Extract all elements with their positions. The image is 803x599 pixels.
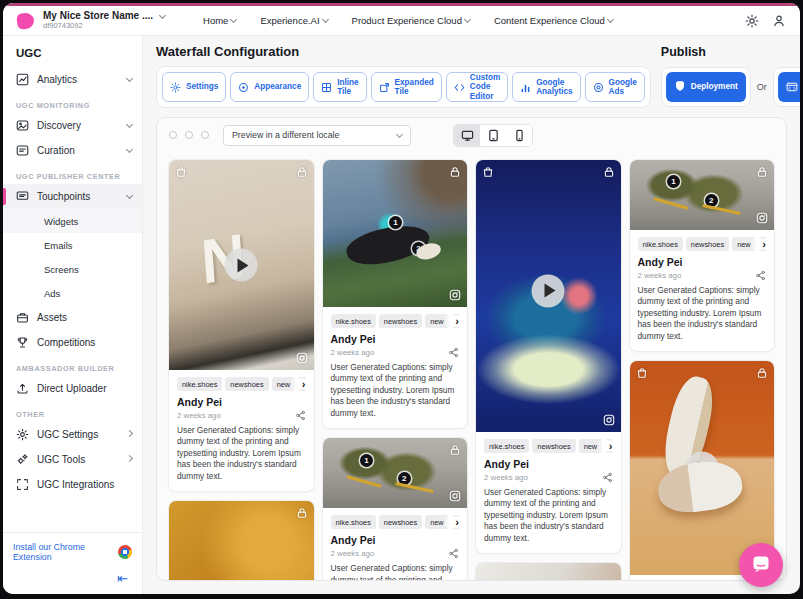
ugc-card[interactable] [169,501,314,580]
section-other: OTHER [16,410,142,419]
embed-code-button[interactable]: Embed Code [778,72,800,102]
tag[interactable]: newshoes [379,515,422,529]
tag[interactable]: nike.shoes [638,237,683,251]
sidebar-item-curation[interactable]: Curation [3,138,142,163]
product-hotspot-1[interactable]: 1 [389,216,402,229]
sidebar-item-assets[interactable]: Assets [3,305,142,330]
settings-button[interactable]: Settings [162,72,226,102]
post-caption: User Generated Captions: simply dummy te… [331,362,460,419]
nav-product-experience-cloud[interactable]: Product Experience Cloud [352,15,470,26]
sidebar-subitem-ads[interactable]: Ads [3,281,142,305]
browser-dot [201,131,209,139]
tag[interactable]: nike.shoes [484,439,529,453]
share-icon[interactable] [448,548,459,559]
section-ugc-publisher-center: UGC PUBLISHER CENTER [16,172,142,181]
post-image [630,361,775,575]
user-icon[interactable] [772,14,786,28]
sidebar-item-discovery[interactable]: Discovery [3,113,142,138]
play-icon[interactable] [225,249,258,282]
install-chrome-extension-link[interactable]: Install our Chrome Extension [13,542,132,562]
post-body: nike.shoes newshoes new shoes 1 all sh ›… [323,508,468,580]
tags-more-chevron-icon[interactable]: › [750,239,766,250]
chevron-down-icon [464,16,471,23]
gear-icon[interactable] [745,14,759,28]
chrome-icon [118,545,132,559]
tag[interactable]: nike.shoes [331,314,376,328]
tag[interactable]: nike.shoes [177,377,222,391]
ugc-card[interactable]: 1 2 nike.shoes newshoes new shoes 1 [323,438,468,580]
google-analytics-button[interactable]: Google Analytics [512,72,580,102]
collapse-sidebar-icon[interactable] [13,571,132,586]
share-icon[interactable] [602,472,613,483]
post-image [169,501,314,580]
custom-code-editor-button[interactable]: Custom Code Editor [446,72,508,102]
store-switcher[interactable]: My Nice Store Name .... df90743092 [43,11,165,29]
nav-home[interactable]: Home [203,15,236,26]
play-icon[interactable] [532,274,565,307]
ugc-card[interactable]: 1 2 nike.shoes newshoes new shoes 1 [630,160,775,351]
desktop-device-button[interactable] [454,125,480,146]
shield-icon [674,80,686,94]
lock-icon [756,166,768,178]
author-name: Andy Pei [638,256,767,268]
appearance-button[interactable]: Appearance [230,72,309,102]
tag[interactable]: newshoes [532,439,575,453]
ugc-masonry-grid: nike.shoes newshoes new shoes 1 all sh ›… [157,152,786,580]
sidebar-item-ugc-settings[interactable]: UGC Settings [3,422,142,447]
sidebar-item-direct-uploader[interactable]: Direct Uploader [3,376,142,401]
share-icon[interactable] [755,270,766,281]
deployment-button[interactable]: Deployment [666,72,746,102]
play-icon[interactable] [685,452,718,485]
sidebar: UGC Analytics UGC MONITORING Discovery C… [3,36,143,594]
chat-widget-button[interactable] [739,543,783,587]
nav-experience-ai[interactable]: Experience.AI [260,15,327,26]
sidebar-title: UGC [16,47,142,59]
share-icon[interactable] [295,410,306,421]
tag[interactable]: newshoes [225,377,268,391]
post-caption: User Generated Captions: simply dummy te… [484,487,613,544]
lock-icon [296,166,308,178]
product-hotspot-2[interactable]: 2 [412,242,425,255]
ugc-card[interactable]: 1 2 nike.shoes newshoes new shoes 1 [323,160,468,428]
product-hotspot-2[interactable]: 2 [398,472,411,485]
chat-bubble-icon [750,553,772,578]
active-indicator [3,188,6,205]
tags-more-chevron-icon[interactable]: › [597,441,613,452]
tablet-device-button[interactable] [480,125,506,146]
section-ambassador-builder: AMBASSADOR BUILDER [16,364,142,373]
tag[interactable]: nike.shoes [331,515,376,529]
sidebar-item-touchpoints[interactable]: Touchpoints [3,184,142,209]
product-hotspot-1[interactable]: 1 [667,175,680,188]
share-icon[interactable] [448,347,459,358]
ugc-card[interactable] [476,563,621,580]
google-ads-button[interactable]: Google Ads [585,72,645,102]
post-caption: User Generated Captions: simply dummy te… [331,563,460,580]
post-body: nike.shoes newshoes new shoes 1 all sh ›… [323,307,468,428]
sidebar-item-analytics[interactable]: Analytics [3,67,142,92]
locale-select[interactable]: Preview in a different locale [223,125,411,146]
tags-more-chevron-icon[interactable]: › [290,379,306,390]
sidebar-item-ugc-tools[interactable]: UGC Tools [3,447,142,472]
sidebar-subitem-screens[interactable]: Screens [3,257,142,281]
nav-content-experience-cloud[interactable]: Content Experience Cloud [494,15,613,26]
expanded-tile-button[interactable]: Expanded Tile [371,72,442,102]
sidebar-subitem-emails[interactable]: Emails [3,233,142,257]
tags-more-chevron-icon[interactable]: › [443,316,459,327]
mobile-device-button[interactable] [506,125,532,146]
tag[interactable]: newshoes [379,314,422,328]
sidebar-subitem-widgets[interactable]: Widgets [3,209,142,233]
appearance-icon [238,82,249,93]
product-hotspot-2[interactable]: 2 [705,194,718,207]
tags-more-chevron-icon[interactable]: › [443,517,459,528]
ugc-card[interactable]: nike.shoes newshoes new shoes 1 all sh ›… [476,160,621,553]
tag-list: nike.shoes newshoes new shoes 1 all sh [638,237,767,251]
product-hotspot-1[interactable]: 1 [360,454,373,467]
inline-tile-button[interactable]: Inline Tile [313,72,366,102]
sidebar-item-ugc-integrations[interactable]: UGC Integrations [3,472,142,497]
tag[interactable]: newshoes [686,237,729,251]
post-time: 2 weeks ago [484,473,528,482]
sidebar-footer: Install our Chrome Extension [3,532,142,594]
embed-code-icon [786,81,798,93]
ugc-card[interactable]: nike.shoes newshoes new shoes 1 all sh ›… [169,160,314,491]
sidebar-item-competitions[interactable]: Competitions [3,330,142,355]
